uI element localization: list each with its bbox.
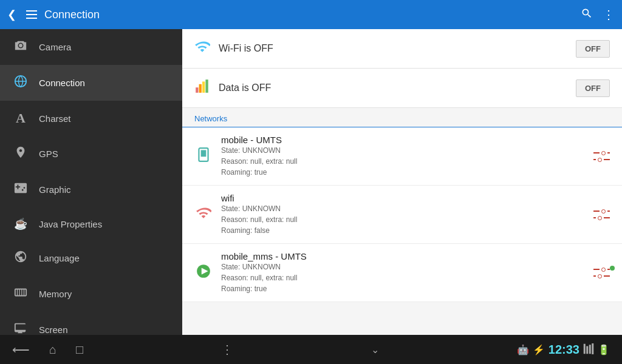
svg-rect-7 (199, 84, 202, 93)
usb-icon: ⚡ (533, 344, 545, 356)
wifi-label: Wi-Fi is OFF (219, 43, 576, 54)
knob-line-1 (593, 268, 610, 272)
sidebar-label-screen: Screen (39, 325, 68, 335)
knob-line-2 (593, 158, 610, 162)
home-nav-icon[interactable]: ⌂ (49, 343, 56, 357)
charset-icon: A (12, 110, 29, 126)
back-nav-icon[interactable]: ⟵ (12, 342, 30, 357)
wifi-icon (194, 39, 210, 58)
menu-button[interactable] (26, 10, 37, 19)
mobile-umts-settings-icon[interactable] (593, 151, 610, 162)
screen-icon (12, 322, 29, 335)
mobile-umts-state: State: UNKNOWN (221, 145, 593, 156)
main-layout: Camera Connection A Charset GPS Graphic (0, 29, 622, 335)
bottom-nav-left: ⟵ ⌂ □ (12, 342, 83, 357)
top-bar-left: ❮ Connection (7, 8, 581, 21)
mobile-mms-name: mobile_mms - UMTS (221, 251, 593, 261)
recents-nav-icon[interactable]: □ (76, 343, 83, 357)
java-icon: ☕ (12, 217, 29, 231)
knob-line-2 (593, 274, 610, 278)
mobile-mms-roaming: Roaming: true (221, 283, 593, 294)
mobile-mms-state: State: UNKNOWN (221, 261, 593, 272)
green-dot-indicator (610, 266, 615, 271)
top-bar: ❮ Connection ⋮ (0, 0, 622, 29)
wifi-network-state: State: UNKNOWN (221, 203, 593, 214)
sidebar-label-memory: Memory (39, 289, 72, 299)
svg-rect-1 (15, 289, 26, 296)
android-debug-icon: 🤖 (517, 344, 529, 356)
wifi-network-info: wifi State: UNKNOWN Reason: null, extra:… (221, 193, 593, 236)
sidebar-item-memory[interactable]: Memory (0, 276, 182, 312)
sidebar-label-connection: Connection (39, 78, 85, 88)
page-title: Connection (44, 8, 100, 21)
sidebar-label-camera: Camera (39, 42, 71, 52)
data-toggle-button[interactable]: OFF (576, 79, 610, 97)
svg-rect-11 (201, 150, 207, 157)
bottom-nav: ⟵ ⌂ □ ⋮ ⌄ 🤖 ⚡ 12:33 🔋 (0, 335, 622, 364)
data-row: Data is OFF OFF (182, 69, 622, 108)
sidebar-label-java: Java Properties (39, 219, 102, 229)
knob-line-1 (593, 151, 610, 155)
wifi-toggle-button[interactable]: OFF (576, 40, 610, 58)
signal-icon (583, 343, 594, 356)
wifi-network-icon (194, 205, 213, 224)
memory-icon (12, 286, 29, 302)
mobile-umts-name: mobile - UMTS (221, 135, 593, 145)
knob-line-2 (593, 216, 610, 220)
search-icon[interactable] (581, 7, 593, 22)
sidebar-item-language[interactable]: Language (0, 240, 182, 276)
sidebar-label-graphic: Graphic (39, 184, 71, 195)
wifi-network-roaming: Roaming: false (221, 225, 593, 236)
sidebar-item-graphic[interactable]: Graphic (0, 172, 182, 207)
battery-icon: 🔋 (598, 344, 610, 356)
more-options-icon[interactable]: ⋮ (603, 7, 615, 22)
connection-icon (12, 75, 29, 91)
gps-icon (12, 146, 29, 162)
sidebar-item-camera[interactable]: Camera (0, 29, 182, 65)
sidebar-item-connection[interactable]: Connection (0, 65, 182, 101)
mobile-mms-settings-icon[interactable] (593, 268, 610, 278)
content-area: Wi-Fi is OFF OFF Data is OFF OFF Network… (182, 29, 622, 335)
bottom-nav-center: ⋮ (221, 342, 233, 357)
camera-icon (12, 39, 29, 55)
status-icons: 🤖 ⚡ 12:33 🔋 (517, 343, 610, 357)
svg-rect-9 (205, 79, 208, 93)
networks-header: Networks (182, 108, 622, 127)
network-item-mobile-umts: mobile - UMTS State: UNKNOWN Reason: nul… (182, 127, 622, 186)
wifi-row: Wi-Fi is OFF OFF (182, 29, 622, 69)
svg-rect-8 (202, 81, 205, 92)
graphic-icon (12, 181, 29, 198)
mobile-umts-icon (194, 147, 213, 166)
sidebar-label-charset: Charset (39, 113, 71, 124)
network-item-mobile-mms: mobile_mms - UMTS State: UNKNOWN Reason:… (182, 244, 622, 302)
mobile-umts-roaming: Roaming: true (221, 167, 593, 178)
sidebar-item-java[interactable]: ☕ Java Properties (0, 207, 182, 240)
sidebar-item-screen[interactable]: Screen (0, 312, 182, 335)
mobile-mms-reason: Reason: null, extra: null (221, 272, 593, 283)
back-button[interactable]: ❮ (7, 8, 16, 21)
more-nav-icon[interactable]: ⋮ (221, 342, 233, 357)
wifi-network-settings-icon[interactable] (593, 209, 610, 220)
mobile-mms-icon (194, 263, 213, 283)
wifi-network-name: wifi (221, 193, 593, 203)
sidebar: Camera Connection A Charset GPS Graphic (0, 29, 182, 335)
knob-line-1 (593, 209, 610, 214)
sidebar-item-gps[interactable]: GPS (0, 136, 182, 172)
wifi-network-reason: Reason: null, extra: null (221, 214, 593, 225)
language-icon (12, 250, 29, 266)
mobile-umts-info: mobile - UMTS State: UNKNOWN Reason: nul… (221, 135, 593, 178)
top-bar-actions: ⋮ (581, 7, 615, 22)
svg-rect-6 (196, 87, 198, 93)
sidebar-label-language: Language (39, 253, 80, 263)
mobile-umts-reason: Reason: null, extra: null (221, 156, 593, 167)
chevron-down-icon[interactable]: ⌄ (371, 344, 379, 356)
data-icon (194, 78, 210, 98)
mobile-mms-info: mobile_mms - UMTS State: UNKNOWN Reason:… (221, 251, 593, 294)
data-label: Data is OFF (219, 83, 576, 93)
bottom-nav-dropdown: ⌄ (371, 344, 379, 356)
sidebar-item-charset[interactable]: A Charset (0, 101, 182, 136)
network-item-wifi: wifi State: UNKNOWN Reason: null, extra:… (182, 186, 622, 244)
clock-display: 12:33 (549, 343, 579, 357)
sidebar-label-gps: GPS (39, 149, 58, 159)
